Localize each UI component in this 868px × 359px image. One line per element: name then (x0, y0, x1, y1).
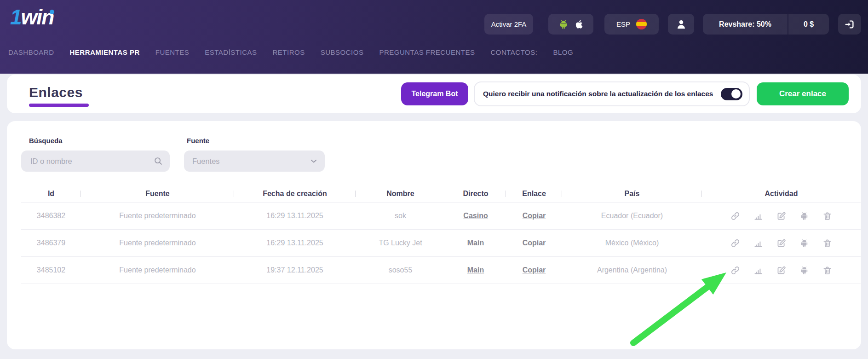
col-header-enlace: Enlace (506, 190, 562, 198)
cell-nombre: soso55 (356, 266, 445, 274)
telegram-bot-button[interactable]: Telegram Bot (401, 82, 468, 105)
nav-item-blog[interactable]: BLOG (553, 48, 573, 56)
links-table-card: Búsqueda Fuente Fuentes Id Fuente Fech (7, 121, 861, 349)
cell-id: 3485102 (21, 266, 81, 274)
logout-icon (844, 19, 855, 30)
link-icon[interactable] (730, 211, 740, 221)
nav-item-estadisticas[interactable]: ESTADÍSTICAS (205, 48, 257, 56)
stats-icon[interactable] (753, 238, 763, 248)
link-icon[interactable] (730, 266, 740, 275)
title-underline (29, 104, 89, 107)
page: 1win Activar 2FA (0, 0, 868, 359)
nav-item-contactos[interactable]: CONTACTOS: (490, 48, 537, 56)
cell-nombre: TG Lucky Jet (356, 239, 445, 247)
logo-digit: 1 (10, 5, 21, 29)
nav-item-preguntas-frecuentes[interactable]: PREGUNTAS FRECUENTES (379, 48, 475, 56)
edit-icon[interactable] (776, 211, 786, 221)
source-label: Fuente (187, 137, 209, 145)
cell-actions (702, 211, 861, 221)
profile-button[interactable] (668, 14, 694, 35)
search-input[interactable] (29, 156, 153, 166)
activate-2fa-button[interactable]: Activar 2FA (484, 14, 533, 35)
notification-setting: Quiero recibir una notificación sobre la… (474, 81, 750, 106)
cell-fuente: Fuente predeterminado (81, 212, 234, 220)
nav-item-dashboard[interactable]: DASHBOARD (8, 48, 54, 56)
notification-label: Quiero recibir una notificación sobre la… (483, 90, 713, 98)
links-table: Id Fuente Fecha de creación Nombre Direc… (21, 185, 861, 284)
col-header-id: Id (21, 190, 81, 198)
col-header-fecha: Fecha de creación (234, 190, 356, 198)
android-icon[interactable] (799, 238, 809, 248)
copy-link[interactable]: Copiar (523, 212, 546, 220)
table-header-row: Id Fuente Fecha de creación Nombre Direc… (21, 185, 861, 203)
android-icon[interactable] (799, 266, 809, 275)
table-row: 3485102 Fuente predeterminado 19:37 12.1… (21, 257, 861, 284)
android-icon[interactable] (799, 211, 809, 221)
cell-pais: México (México) (562, 239, 702, 247)
delete-icon[interactable] (822, 211, 832, 221)
page-title: Enlaces (29, 85, 83, 100)
direct-link[interactable]: Casino (463, 212, 488, 220)
search-field (21, 151, 170, 172)
balance-badge[interactable]: 0 $ (788, 14, 829, 35)
logo-text: win (21, 5, 54, 29)
edit-icon[interactable] (776, 266, 786, 275)
android-icon (558, 19, 569, 30)
col-header-directo: Directo (445, 190, 506, 198)
delete-icon[interactable] (822, 238, 832, 248)
logo-dot (50, 10, 54, 14)
cell-fecha: 16:29 13.11.2025 (234, 212, 356, 220)
link-icon[interactable] (730, 238, 740, 248)
col-header-pais: País (562, 190, 702, 198)
create-link-button[interactable]: Crear enlace (757, 82, 849, 105)
cell-pais: Argentina (Argentina) (562, 266, 702, 274)
main-nav: DASHBOARD HERRAMIENTAS PR FUENTES ESTADÍ… (8, 48, 573, 56)
cell-id: 3486379 (21, 239, 81, 247)
col-header-fuente: Fuente (81, 190, 234, 198)
nav-item-herramientas-pr[interactable]: HERRAMIENTAS PR (70, 48, 140, 56)
language-selector[interactable]: ESP (604, 14, 659, 35)
logo[interactable]: 1win (10, 6, 53, 29)
chevron-down-icon (309, 156, 318, 166)
nav-item-fuentes[interactable]: FUENTES (155, 48, 190, 56)
search-label: Búsqueda (29, 137, 63, 145)
app-stores-button[interactable] (548, 14, 593, 35)
cell-fecha: 16:29 13.11.2025 (234, 239, 356, 247)
cell-actions (702, 238, 861, 248)
copy-link[interactable]: Copiar (523, 239, 546, 247)
delete-icon[interactable] (822, 266, 832, 275)
cell-fecha: 19:37 12.11.2025 (234, 266, 356, 274)
stats-icon[interactable] (753, 211, 763, 221)
revshare-label: Revshare: 50% (719, 20, 771, 29)
col-header-nombre: Nombre (356, 190, 445, 198)
source-select-value: Fuentes (192, 157, 309, 166)
revshare-badge[interactable]: Revshare: 50% (703, 14, 788, 35)
links-header-card: Enlaces Telegram Bot Quiero recibir una … (7, 75, 861, 113)
table-row: 3486379 Fuente predeterminado 16:29 13.1… (21, 230, 861, 257)
logout-button[interactable] (838, 14, 861, 35)
cell-pais: Ecuador (Ecuador) (562, 212, 702, 220)
source-select[interactable]: Fuentes (184, 151, 325, 172)
balance-label: 0 $ (804, 20, 814, 29)
direct-link[interactable]: Main (467, 266, 484, 274)
cell-nombre: sok (356, 212, 445, 220)
language-code: ESP (616, 20, 630, 28)
cell-actions (702, 266, 861, 275)
table-row: 3486382 Fuente predeterminado 16:29 13.1… (21, 203, 861, 230)
spain-flag-icon (636, 19, 647, 29)
notification-toggle[interactable] (721, 88, 742, 100)
copy-link[interactable]: Copiar (523, 266, 546, 274)
top-header: 1win Activar 2FA (0, 0, 868, 74)
cell-fuente: Fuente predeterminado (81, 266, 234, 274)
toggle-knob (731, 89, 741, 98)
direct-link[interactable]: Main (467, 239, 484, 247)
edit-icon[interactable] (776, 238, 786, 248)
cell-id: 3486382 (21, 212, 81, 220)
stats-icon[interactable] (753, 266, 763, 275)
activate-2fa-label: Activar 2FA (491, 20, 527, 28)
nav-item-subsocios[interactable]: SUBSOCIOS (321, 48, 364, 56)
col-header-actividad: Actividad (702, 190, 861, 198)
nav-item-retiros[interactable]: RETIROS (273, 48, 305, 56)
cell-fuente: Fuente predeterminado (81, 239, 234, 247)
user-icon (675, 18, 687, 30)
